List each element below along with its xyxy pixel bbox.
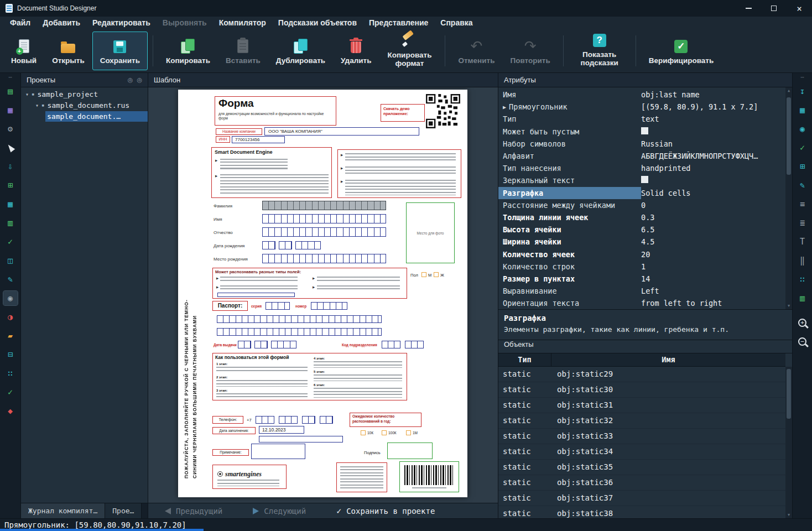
menu-file[interactable]: Файл <box>4 18 36 27</box>
verify-button[interactable]: ✓ Верифицировать <box>641 32 722 70</box>
expected-volume-box[interactable]: Ожидаемое количество распознаваний в год… <box>350 413 421 427</box>
passport-series-cells[interactable] <box>266 302 290 310</box>
tree-item-project[interactable]: ▾ ▪ sample_project <box>21 88 148 100</box>
zoom-in-icon[interactable]: + <box>795 315 810 330</box>
attribute-row[interactable]: ▶Прямоугольник [(59.8, 80.9), 91.1 x 7.2… <box>498 101 784 113</box>
attribute-row[interactable]: Имя obj:last_name <box>498 88 784 101</box>
volume-2-checkbox[interactable] <box>382 430 387 435</box>
howto-box[interactable]: Как пользоваться этой формой 1 этап: 2 э… <box>212 353 407 400</box>
verify-tool-icon[interactable]: ✓ <box>3 385 18 399</box>
pin-panel-icon[interactable]: ◎ <box>137 76 142 84</box>
save-in-project-checkbox[interactable]: ✓ Сохранить в проекте <box>336 506 435 516</box>
phone-cells-4[interactable] <box>320 416 333 424</box>
add-table-icon[interactable]: ⊞ <box>3 178 18 192</box>
attribute-row[interactable]: Высота ячейки 6.5 <box>498 223 784 236</box>
grid-icon[interactable]: ▦ <box>3 103 18 117</box>
attribute-row[interactable]: Набор символов Russian <box>498 138 784 150</box>
maximize-button[interactable] <box>761 0 787 17</box>
gender-f-checkbox[interactable] <box>434 272 439 277</box>
gauge-icon[interactable]: ◑ <box>3 310 18 324</box>
inn-label-box[interactable]: ИНН <box>216 136 230 143</box>
attribute-row[interactable]: Количество ячеек 20 <box>498 248 784 260</box>
draw-icon[interactable]: ✎ <box>795 178 810 192</box>
birthdate-day-cells[interactable] <box>262 241 275 249</box>
list-icon[interactable]: ≣ <box>795 216 810 230</box>
split-icon[interactable]: ⊞ <box>795 159 810 174</box>
selected-field-lastname[interactable] <box>262 201 386 210</box>
form-title-box[interactable]: Форма для демонстрации возможностей и фу… <box>215 96 336 126</box>
save-button[interactable]: Сохранить <box>92 32 148 70</box>
barcode-box[interactable] <box>399 461 459 492</box>
division-code-cells-2[interactable] <box>405 341 424 348</box>
issue-year-cells[interactable] <box>271 341 296 348</box>
expander-icon[interactable]: ▶ <box>503 104 506 110</box>
menu-object-hints[interactable]: Подсказки объектов <box>273 18 362 27</box>
copy-format-button[interactable]: Копировать формат <box>379 32 440 70</box>
passport-number-cells[interactable] <box>311 302 347 310</box>
dots-grid-icon[interactable]: ∷ <box>3 366 18 381</box>
note-field[interactable] <box>251 444 305 459</box>
phone-cells-1[interactable] <box>256 416 274 424</box>
pin-icon[interactable]: ◆ <box>3 404 18 418</box>
attribute-row[interactable]: Тип нанесения handprinted <box>498 162 784 174</box>
division-code-cells[interactable] <box>382 341 400 348</box>
attribute-row[interactable]: Тип text <box>498 113 784 125</box>
gear-icon[interactable]: ⚙ <box>3 122 18 136</box>
export-icon[interactable]: ↧ <box>795 84 810 98</box>
menu-compiler[interactable]: Компилятор <box>214 18 272 27</box>
collapse-icon[interactable]: ▾ <box>25 91 29 97</box>
attribute-row[interactable]: Расстояние между ячейками 0 <box>498 199 784 211</box>
birthdate-month-cells[interactable] <box>279 241 292 249</box>
inn-field[interactable]: 7700123456 <box>232 136 285 143</box>
tree-item-document[interactable]: ▾ ▪ sample_document.rus <box>21 100 148 111</box>
checkbox[interactable] <box>641 176 648 183</box>
document-icon[interactable]: ▥ <box>3 216 18 230</box>
phone-label-box[interactable]: Телефон: <box>212 416 243 424</box>
verify-icon[interactable]: ✓ <box>795 140 810 155</box>
previous-button[interactable]: Предыдущий <box>165 507 222 516</box>
checkbox-tool-icon[interactable]: ✓ <box>3 235 18 249</box>
import-icon[interactable]: ⇩ <box>3 159 18 174</box>
engine-info-box-2[interactable]: ▶ ▶ ▶ <box>337 149 461 198</box>
menu-add[interactable]: Добавить <box>37 18 86 27</box>
passport-label-box[interactable]: Паспорт: <box>212 301 248 311</box>
fill-date-field[interactable]: 12.10.2023 <box>259 426 304 434</box>
volume-3-checkbox[interactable] <box>406 430 411 435</box>
fill-date-extra-field[interactable] <box>259 436 343 442</box>
table-row[interactable]: staticobj:static30 <box>498 382 785 398</box>
phone-cells-3[interactable] <box>302 416 315 424</box>
scroll-down-icon[interactable]: ▼ <box>788 512 790 518</box>
attribute-row[interactable]: Зеркальный текст <box>498 174 784 186</box>
table-row[interactable]: staticobj:static35 <box>498 460 785 475</box>
gender-m-checkbox[interactable] <box>421 272 426 277</box>
attribute-row[interactable]: Толщина линии ячеек 0.3 <box>498 211 784 223</box>
table-icon[interactable]: ▦ <box>3 197 18 211</box>
cells-icon[interactable]: ▦ <box>795 103 810 117</box>
target-icon[interactable]: ◉ <box>795 122 810 136</box>
close-button[interactable]: × <box>787 0 812 17</box>
field-birthplace-cells[interactable] <box>262 254 386 263</box>
delete-button[interactable]: Удалить <box>333 32 379 70</box>
company-field[interactable]: ООО "ВАША КОМПАНИЯ" <box>264 127 419 136</box>
tab-projects[interactable]: Прое… <box>105 503 142 518</box>
scrollbar-thumb[interactable] <box>787 97 791 175</box>
zoom-out-icon[interactable]: − <box>795 334 810 348</box>
engine-info-box[interactable]: Smart Document Engine ▶ ▶ <box>211 147 332 198</box>
fill-date-label-box[interactable]: Дата заполнения: <box>212 427 256 434</box>
scroll-up-icon[interactable]: ▲ <box>788 87 790 94</box>
tree-item-template-selected[interactable]: sample_document.… <box>21 111 148 122</box>
footer-note-box[interactable] <box>336 462 387 492</box>
table-row[interactable]: staticobj:static38 <box>498 506 785 518</box>
attribute-row[interactable]: Размер в пунктах 14 <box>498 273 784 285</box>
objects-scrollbar[interactable]: ▼ <box>785 367 792 518</box>
checkbox[interactable] <box>641 127 648 134</box>
logo-box[interactable]: smartengines <box>212 465 287 489</box>
template-canvas[interactable]: Форма для демонстрации возможностей и фу… <box>148 87 498 503</box>
new-button[interactable]: + Новый <box>3 32 44 70</box>
issue-month-cells[interactable] <box>254 341 268 348</box>
table-row[interactable]: staticobj:static32 <box>498 413 785 429</box>
field-firstname-cells[interactable] <box>262 214 386 223</box>
pencil-icon[interactable]: ✎ <box>3 272 18 287</box>
document-preview[interactable]: Форма для демонстрации возможностей и фу… <box>178 90 467 497</box>
show-hints-button[interactable]: ? Показать подсказки <box>569 32 631 70</box>
